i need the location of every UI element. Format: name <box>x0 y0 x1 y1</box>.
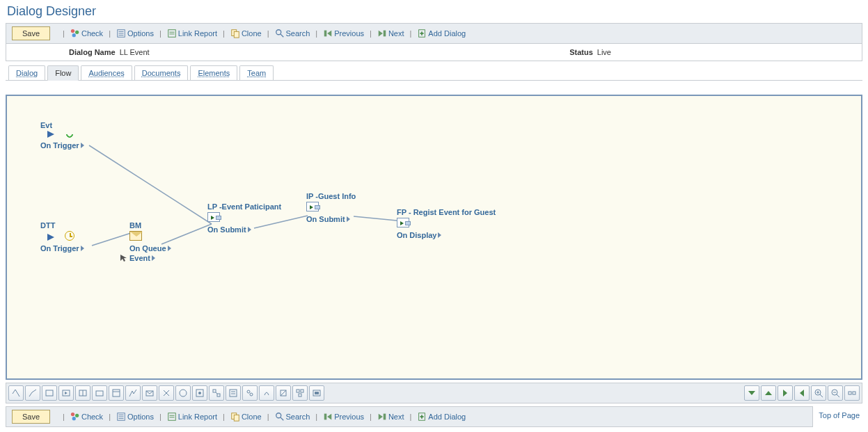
svg-line-43 <box>216 392 217 394</box>
tool-btn-1[interactable] <box>8 385 24 401</box>
svg-rect-16 <box>384 31 386 37</box>
tool-btn-9[interactable] <box>142 385 157 401</box>
page-icon <box>207 212 220 222</box>
search-link-bottom[interactable]: Search <box>275 412 310 422</box>
tool-btn-7[interactable] <box>109 385 124 401</box>
node-dtt[interactable]: DTT On Trigger <box>40 221 84 253</box>
svg-rect-32 <box>96 391 103 396</box>
options-link-bottom[interactable]: Options <box>116 412 154 422</box>
tool-btn-16[interactable] <box>259 385 274 401</box>
tab-team[interactable]: Team <box>239 65 274 80</box>
top-of-page-link[interactable]: Top of Page <box>819 411 860 419</box>
tool-btn-11[interactable] <box>175 385 191 401</box>
check-link-bottom[interactable]: Check <box>70 412 103 422</box>
search-icon <box>275 412 285 422</box>
next-icon <box>377 29 387 38</box>
scroll-right-button[interactable] <box>778 385 793 401</box>
separator: | <box>267 29 269 38</box>
dialog-name-value: LL Event <box>120 48 150 56</box>
clone-link[interactable]: Clone <box>230 29 262 38</box>
tool-btn-4[interactable] <box>58 385 74 401</box>
svg-point-48 <box>250 393 253 396</box>
previous-link[interactable]: Previous <box>323 29 364 38</box>
link-report-icon <box>167 412 177 422</box>
tool-btn-8[interactable] <box>125 385 141 401</box>
svg-point-38 <box>180 390 187 397</box>
add-dialog-icon <box>417 29 427 38</box>
top-toolbar: Save | Check | Options | Link Report | C… <box>6 23 862 44</box>
svg-point-0 <box>71 29 74 33</box>
svg-rect-44 <box>230 390 237 397</box>
save-button-bottom[interactable]: Save <box>12 410 50 424</box>
tab-audiences[interactable]: Audiences <box>81 65 132 80</box>
clone-link-bottom[interactable]: Clone <box>230 412 262 422</box>
link-report-link[interactable]: Link Report <box>167 29 217 38</box>
svg-marker-82 <box>379 414 383 420</box>
separator: | <box>370 29 372 38</box>
svg-rect-42 <box>217 394 220 397</box>
node-port: On Queue <box>129 243 171 253</box>
fit-button[interactable] <box>844 385 860 401</box>
svg-rect-7 <box>168 30 176 38</box>
search-link[interactable]: Search <box>275 29 310 38</box>
node-ip[interactable]: IP -Guest Info On Submit <box>306 191 356 224</box>
flow-canvas[interactable]: Evt On Trigger DTT On Trigger BM On Queu… <box>6 95 862 380</box>
node-title: FP - Regist Event for Guest <box>397 207 496 217</box>
previous-link-bottom[interactable]: Previous <box>323 412 364 422</box>
separator: | <box>315 413 317 421</box>
node-lp[interactable]: LP -Event Paticipant On Submit <box>207 202 281 234</box>
link-report-link-bottom[interactable]: Link Report <box>167 412 217 422</box>
add-dialog-link-bottom[interactable]: Add Dialog <box>417 412 466 422</box>
tab-flow[interactable]: Flow <box>47 65 79 81</box>
tool-btn-13[interactable] <box>209 385 224 401</box>
status-label: Status <box>569 48 593 56</box>
scroll-up-button[interactable] <box>761 385 776 401</box>
save-button[interactable]: Save <box>12 26 50 40</box>
tool-btn-14[interactable] <box>226 385 241 401</box>
tool-btn-6[interactable] <box>92 385 107 401</box>
tool-btn-18[interactable] <box>292 385 308 401</box>
previous-icon <box>323 29 333 38</box>
zoom-in-button[interactable] <box>811 385 826 401</box>
svg-point-77 <box>276 413 281 418</box>
tool-btn-17[interactable] <box>276 385 291 401</box>
node-bm[interactable]: BM On Queue Event <box>129 221 171 263</box>
separator: | <box>267 413 269 421</box>
svg-rect-72 <box>168 413 176 421</box>
tool-btn-12[interactable] <box>192 385 207 401</box>
tool-btn-3[interactable] <box>42 385 57 401</box>
search-icon <box>275 29 285 38</box>
svg-rect-33 <box>113 390 120 397</box>
info-bar: Dialog Name LL Event Status Live <box>6 44 862 61</box>
page-title: Dialog Designer <box>0 0 868 23</box>
svg-point-66 <box>75 414 79 417</box>
scroll-down-button[interactable] <box>744 385 759 401</box>
tab-elements[interactable]: Elements <box>190 65 237 80</box>
tool-btn-5[interactable] <box>75 385 90 401</box>
add-dialog-link[interactable]: Add Dialog <box>417 29 466 38</box>
scroll-left-button[interactable] <box>794 385 810 401</box>
svg-rect-76 <box>234 415 239 421</box>
next-link-bottom[interactable]: Next <box>377 412 404 422</box>
tool-btn-19[interactable] <box>309 385 324 401</box>
node-evt[interactable]: Evt On Trigger <box>40 120 84 150</box>
svg-rect-55 <box>315 392 319 394</box>
next-link[interactable]: Next <box>377 29 404 38</box>
status-value: Live <box>597 48 611 56</box>
svg-rect-27 <box>46 390 53 396</box>
options-link[interactable]: Options <box>116 29 154 38</box>
tool-btn-10[interactable] <box>159 385 174 401</box>
svg-marker-17 <box>379 31 383 37</box>
node-title: LP -Event Paticipant <box>207 202 281 211</box>
tool-btn-2[interactable] <box>25 385 40 401</box>
tab-documents[interactable]: Documents <box>134 65 189 80</box>
node-fp[interactable]: FP - Regist Event for Guest On Display <box>397 207 496 240</box>
check-link[interactable]: Check <box>70 29 103 38</box>
tab-dialog[interactable]: Dialog <box>8 65 45 80</box>
zoom-out-button[interactable] <box>828 385 843 401</box>
tool-btn-15[interactable] <box>242 385 258 401</box>
svg-rect-11 <box>234 31 239 38</box>
separator: | <box>159 413 161 421</box>
svg-line-50 <box>281 390 286 396</box>
svg-point-47 <box>247 390 250 393</box>
